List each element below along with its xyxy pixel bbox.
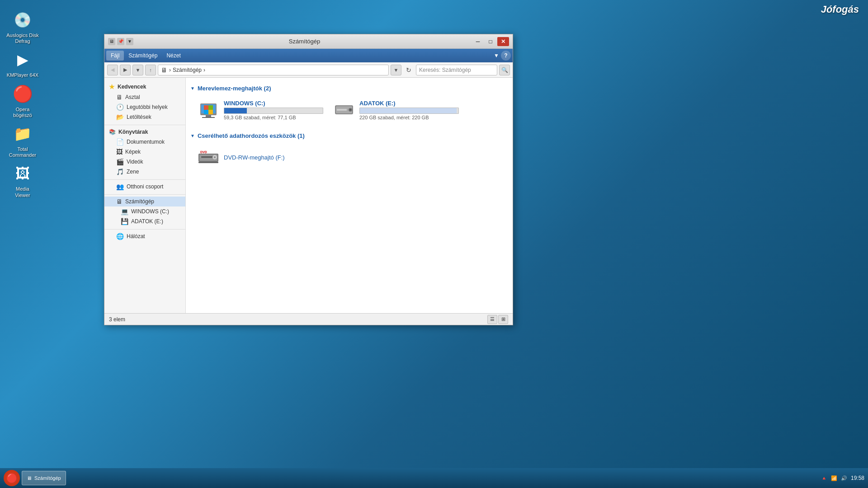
refresh-button[interactable]: ↻ bbox=[403, 65, 414, 75]
desktop-icon-area: 💿 Auslogics Disk Defrag ▶ KMPlayer 64X 🔴… bbox=[0, 5, 45, 203]
windows-drive-icon bbox=[198, 99, 219, 121]
list-view-button[interactable]: ☰ bbox=[487, 315, 497, 324]
drive-name-e: ADATOK (E:) bbox=[359, 100, 459, 107]
sidebar-libraries-header[interactable]: 📚 Könyvtárak bbox=[104, 127, 185, 137]
total-commander-label: TotalCommander bbox=[9, 146, 37, 158]
content-area: ★ Kedvencek 🖥 Asztal 🕐 Legutóbbi helyek … bbox=[104, 78, 513, 313]
grid-view-button[interactable]: ⊞ bbox=[498, 315, 508, 324]
svg-point-11 bbox=[349, 109, 351, 111]
favorites-star-icon: ★ bbox=[109, 83, 115, 90]
menu-nezet[interactable]: Nézet bbox=[162, 51, 185, 61]
close-button[interactable]: ✕ bbox=[497, 37, 509, 46]
letoltesek-label: Letöltések bbox=[127, 114, 151, 120]
videok-label: Videók bbox=[127, 159, 143, 165]
sidebar-item-videok[interactable]: 🎬 Videók bbox=[104, 157, 185, 167]
minimize-button[interactable]: ─ bbox=[472, 37, 484, 46]
letoltesek-icon: 📂 bbox=[116, 113, 124, 121]
svg-rect-3 bbox=[208, 105, 213, 110]
jofogas-watermark: Jófogás bbox=[821, 4, 859, 15]
dvd-item[interactable]: DVD DVD-RW-meghajtó (F:) bbox=[195, 144, 508, 171]
sidebar-item-letoltesek[interactable]: 📂 Letöltések bbox=[104, 112, 185, 122]
desktop: Jófogás 💿 Auslogics Disk Defrag ▶ KMPlay… bbox=[0, 0, 868, 488]
drive-item-windows-c[interactable]: WINDOWS (C:) 59,3 GB szabad, méret: 77,1… bbox=[195, 96, 321, 125]
up-button[interactable]: ↑ bbox=[145, 65, 156, 75]
drive-item-top-e: ADATOK (E:) 220 GB szabad, méret: 220 GB bbox=[333, 99, 454, 121]
start-button[interactable]: 🔴 bbox=[4, 470, 20, 486]
svg-rect-2 bbox=[204, 105, 208, 110]
desktop-icon-opera[interactable]: 🔴 Operabögészö bbox=[5, 83, 41, 118]
drive-fill-c bbox=[224, 108, 247, 113]
favorites-label: Kedvencek bbox=[118, 84, 146, 90]
sidebar-item-halozat[interactable]: 🌐 Hálózat bbox=[104, 231, 185, 241]
drive-name-c: WINDOWS (C:) bbox=[224, 100, 323, 107]
kmplayer-label: KMPlayer 64X bbox=[7, 72, 38, 78]
path-dropdown-button[interactable]: ▼ bbox=[391, 65, 401, 75]
menu-szamitogep[interactable]: Számítógép bbox=[124, 51, 162, 61]
removable-section-label: Cserélhető adathordozós eszközök (1) bbox=[198, 132, 305, 139]
forward-button[interactable]: ▶ bbox=[120, 65, 131, 75]
desktop-icon-kmplayer[interactable]: ▶ KMPlayer 64X bbox=[5, 49, 41, 78]
menu-help-button[interactable]: ? bbox=[501, 51, 511, 61]
sidebar-item-legutobbi[interactable]: 🕐 Legutóbbi helyek bbox=[104, 102, 185, 112]
sidebar-favorites: ★ Kedvencek 🖥 Asztal 🕐 Legutóbbi helyek … bbox=[104, 81, 185, 122]
opera-icon: 🔴 bbox=[12, 83, 33, 105]
taskbar-explorer-icon: 🖥 bbox=[27, 475, 32, 481]
dvd-icon: DVD bbox=[198, 146, 219, 168]
taskbar-explorer-label: Számítógép bbox=[34, 475, 61, 481]
title-bar-icons: 🖥 📌 ▼ bbox=[108, 38, 133, 45]
sidebar-divider-4 bbox=[104, 229, 185, 230]
zene-label: Zene bbox=[127, 169, 139, 175]
szamitogep-sidebar-label: Számítógép bbox=[125, 198, 154, 205]
adatok-e-icon: 💾 bbox=[121, 218, 128, 225]
dvd-name: DVD-RW-meghajtó (F:) bbox=[224, 154, 285, 161]
media-viewer-icon: 🖼 bbox=[12, 163, 33, 184]
taskbar-explorer-button[interactable]: 🖥 Számítógép bbox=[22, 471, 66, 485]
address-path[interactable]: 🖥 › Számítógép › bbox=[158, 65, 389, 75]
svg-rect-15 bbox=[201, 156, 214, 158]
nav-dropdown-button[interactable]: ▼ bbox=[132, 65, 143, 75]
sidebar-item-asztal[interactable]: 🖥 Asztal bbox=[104, 92, 185, 102]
drive-item-adatok-e[interactable]: ADATOK (E:) 220 GB szabad, méret: 220 GB bbox=[330, 96, 457, 125]
path-arrow: › bbox=[203, 67, 205, 73]
total-commander-icon: 📁 bbox=[12, 123, 33, 145]
path-separator: › bbox=[169, 67, 171, 73]
sidebar-favorites-header[interactable]: ★ Kedvencek bbox=[104, 81, 185, 92]
back-button[interactable]: ◀ bbox=[107, 65, 118, 75]
svg-rect-4 bbox=[204, 110, 208, 114]
sidebar-computer: 🖥 Számítógép 💻 WINDOWS (C:) 💾 ADATOK (E:… bbox=[104, 197, 185, 226]
kepek-label: Képek bbox=[125, 149, 141, 155]
sidebar-item-kepek[interactable]: 🖼 Képek bbox=[104, 147, 185, 157]
hdd-section-header: ▼ Merevlemez-meghajtók (2) bbox=[190, 85, 508, 92]
desktop-icon-media-viewer[interactable]: 🖼 MediaViewer bbox=[5, 163, 41, 198]
svg-rect-12 bbox=[337, 109, 347, 111]
desktop-icon-total-commander[interactable]: 📁 TotalCommander bbox=[5, 123, 41, 158]
otthoni-icon: 👥 bbox=[116, 183, 124, 190]
sidebar-item-windows-c[interactable]: 💻 WINDOWS (C:) bbox=[104, 206, 185, 216]
address-bar: ◀ ▶ ▼ ↑ 🖥 › Számítógép › ▼ ↻ Keresés: Sz… bbox=[104, 62, 513, 78]
search-box[interactable]: Keresés: Számítógép bbox=[416, 65, 497, 75]
removable-section-header: ▼ Cserélhető adathordozós eszközök (1) bbox=[190, 132, 508, 139]
libraries-icon: 📚 bbox=[109, 129, 116, 135]
kmplayer-icon: ▶ bbox=[12, 49, 33, 70]
kepek-icon: 🖼 bbox=[116, 148, 123, 155]
zene-icon: 🎵 bbox=[116, 168, 124, 175]
svg-rect-6 bbox=[206, 115, 211, 117]
drive-section: WINDOWS (C:) 59,3 GB szabad, méret: 77,1… bbox=[190, 96, 508, 125]
libraries-label: Könyvtárak bbox=[118, 129, 148, 135]
menu-expand-button[interactable]: ▼ bbox=[492, 52, 501, 59]
menu-fajl[interactable]: Fájl bbox=[106, 51, 124, 61]
desktop-icon-auslogics[interactable]: 💿 Auslogics Disk Defrag bbox=[5, 9, 41, 44]
sidebar-item-szamitogep[interactable]: 🖥 Számítógép bbox=[104, 197, 185, 206]
sidebar-item-dokumentumok[interactable]: 📄 Dokumentumok bbox=[104, 137, 185, 147]
legutobbi-label: Legutóbbi helyek bbox=[127, 104, 168, 110]
sidebar: ★ Kedvencek 🖥 Asztal 🕐 Legutóbbi helyek … bbox=[104, 78, 186, 313]
sidebar-item-zene[interactable]: 🎵 Zene bbox=[104, 167, 185, 177]
sidebar-item-adatok-e[interactable]: 💾 ADATOK (E:) bbox=[104, 216, 185, 226]
window-title: Számítógép bbox=[137, 38, 472, 45]
search-button[interactable]: 🔍 bbox=[499, 65, 510, 75]
drive-fill-e bbox=[360, 108, 457, 113]
svg-rect-7 bbox=[202, 117, 215, 118]
window-icon: 🖥 bbox=[108, 38, 115, 45]
maximize-button[interactable]: □ bbox=[485, 37, 496, 46]
sidebar-item-otthoni[interactable]: 👥 Otthoni csoport bbox=[104, 182, 185, 192]
